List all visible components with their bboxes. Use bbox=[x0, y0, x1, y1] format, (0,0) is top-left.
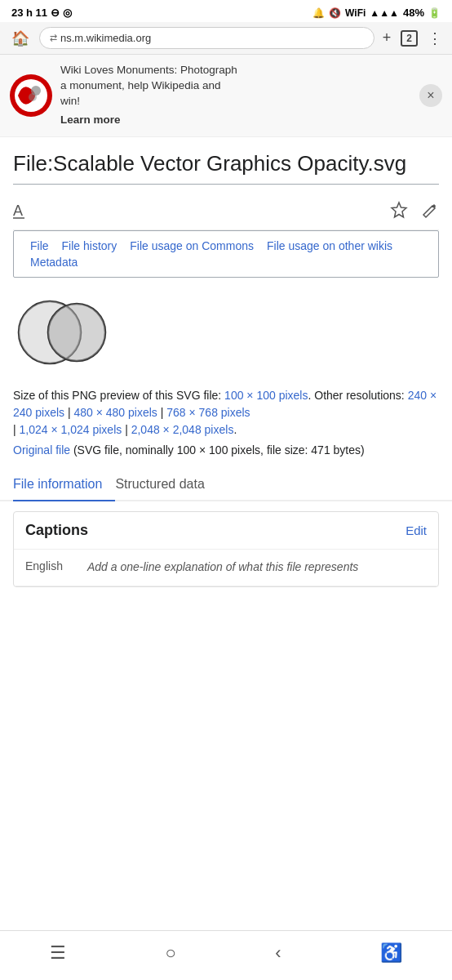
bottom-nav: ☰ ○ ‹ ♿ bbox=[0, 930, 452, 980]
check-icon: ◎ bbox=[63, 7, 72, 19]
tab-file[interactable]: File bbox=[24, 238, 55, 254]
battery-icon: 🔋 bbox=[428, 7, 441, 19]
captions-value: Add a one-line explanation of what this … bbox=[87, 559, 358, 576]
tab-count[interactable]: 2 bbox=[401, 30, 418, 47]
alarm-icon: ⊖ bbox=[51, 7, 60, 19]
svg-point-3 bbox=[29, 93, 37, 101]
tool-right bbox=[390, 201, 439, 223]
wiki-loves-logo bbox=[10, 74, 52, 117]
tool-left: A bbox=[13, 201, 33, 223]
time-display: 23 h 11 bbox=[11, 7, 47, 19]
tool-row: A bbox=[13, 194, 439, 230]
original-file-desc: Original file (SVG file, nominally 100 ×… bbox=[13, 442, 439, 459]
more-menu-button[interactable]: ⋮ bbox=[426, 28, 444, 49]
battery-display: 48% bbox=[403, 7, 424, 19]
browser-bar: 🏠 ⇄ ns.m.wikimedia.org + 2 ⋮ bbox=[0, 22, 452, 55]
signal-icon: ▲▲▲ bbox=[370, 7, 399, 19]
new-tab-button[interactable]: + bbox=[381, 28, 393, 48]
captions-language: English bbox=[25, 559, 74, 576]
captions-header: Captions Edit bbox=[14, 512, 438, 550]
translate-icon[interactable]: A bbox=[13, 201, 33, 223]
info-tab-structured-data[interactable]: Structured data bbox=[115, 469, 217, 501]
svg-preview-image bbox=[13, 287, 111, 377]
nav-home-button[interactable]: ○ bbox=[152, 939, 188, 967]
preview-area: Size of this PNG preview of this SVG fil… bbox=[13, 287, 439, 459]
bell-icon: 🔔 bbox=[312, 7, 325, 19]
res-1024[interactable]: 1,024 × 1,024 pixels bbox=[20, 423, 122, 436]
info-tab-file-information[interactable]: File information bbox=[13, 469, 115, 501]
svg-marker-6 bbox=[392, 203, 406, 217]
banner-text: Wiki Loves Monuments: Photograph a monum… bbox=[60, 63, 411, 128]
tab-file-usage-other[interactable]: File usage on other wikis bbox=[260, 238, 399, 254]
captions-section: Captions Edit English Add a one-line exp… bbox=[13, 511, 439, 587]
wiki-loves-banner: Wiki Loves Monuments: Photograph a monum… bbox=[0, 55, 452, 137]
url-bar[interactable]: ⇄ ns.m.wikimedia.org bbox=[39, 27, 374, 49]
res-2048[interactable]: 2,048 × 2,048 pixels bbox=[131, 423, 234, 436]
nav-menu-button[interactable]: ☰ bbox=[37, 939, 79, 967]
learn-more-link[interactable]: Learn more bbox=[60, 113, 411, 128]
svg-point-10 bbox=[48, 304, 105, 361]
captions-title: Captions bbox=[25, 522, 88, 539]
status-bar: 23 h 11 ⊖ ◎ 🔔 🔇 WiFi ▲▲▲ 48% 🔋 bbox=[0, 0, 452, 22]
nav-accessibility-button[interactable]: ♿ bbox=[367, 939, 415, 967]
url-text: ns.m.wikimedia.org bbox=[60, 32, 151, 44]
captions-row-english: English Add a one-line explanation of wh… bbox=[14, 550, 438, 586]
wifi-icon: WiFi bbox=[345, 7, 366, 19]
tab-file-history[interactable]: File history bbox=[55, 238, 124, 254]
info-tabs-bar: File information Structured data bbox=[0, 469, 452, 501]
svg-text:A: A bbox=[13, 203, 23, 219]
star-icon[interactable] bbox=[390, 201, 408, 223]
banner-close-button[interactable]: × bbox=[419, 84, 442, 107]
mute-icon: 🔇 bbox=[329, 7, 341, 19]
tabs-bar: File File history File usage on Commons … bbox=[13, 230, 439, 278]
home-button[interactable]: 🏠 bbox=[8, 28, 33, 49]
browser-actions: + 2 ⋮ bbox=[381, 28, 444, 49]
tab-file-usage-commons[interactable]: File usage on Commons bbox=[123, 238, 260, 254]
preview-size-link[interactable]: 100 × 100 pixels bbox=[224, 389, 308, 402]
nav-back-button[interactable]: ‹ bbox=[262, 939, 294, 967]
status-icons: 🔔 🔇 WiFi ▲▲▲ 48% 🔋 bbox=[312, 7, 441, 19]
captions-edit-link[interactable]: Edit bbox=[405, 523, 427, 537]
page-content: File:Scalable Vector Graphics Opacity.sv… bbox=[0, 137, 452, 587]
original-file-link[interactable]: Original file bbox=[13, 443, 70, 457]
tab-metadata[interactable]: Metadata bbox=[24, 254, 84, 270]
res-480[interactable]: 480 × 480 pixels bbox=[73, 406, 157, 419]
edit-icon[interactable] bbox=[421, 201, 439, 223]
preview-description: Size of this PNG preview of this SVG fil… bbox=[13, 387, 439, 439]
page-title: File:Scalable Vector Graphics Opacity.sv… bbox=[13, 150, 439, 185]
url-security-icon: ⇄ bbox=[50, 33, 57, 43]
res-768[interactable]: 768 × 768 pixels bbox=[166, 406, 250, 419]
status-time: 23 h 11 ⊖ ◎ bbox=[11, 7, 72, 19]
